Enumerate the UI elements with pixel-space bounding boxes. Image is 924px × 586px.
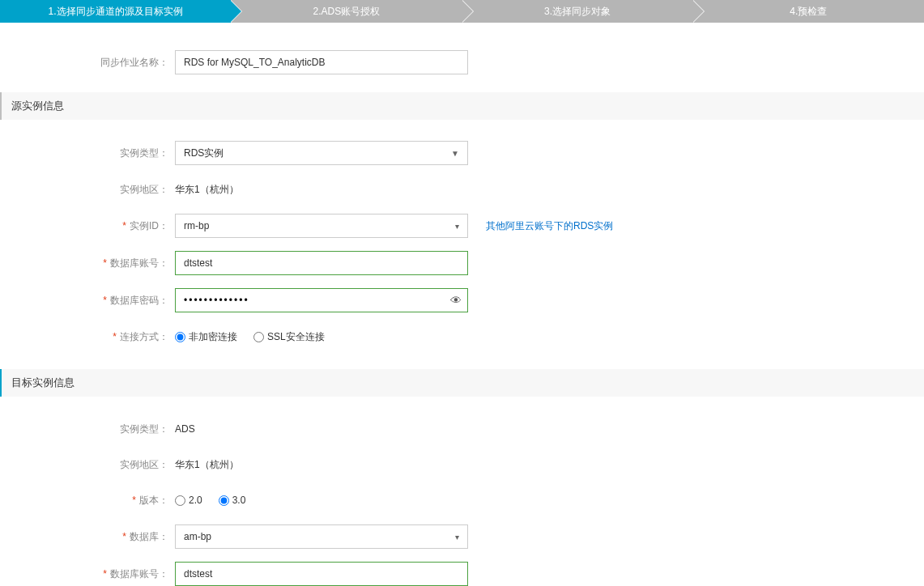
src-db-account-input[interactable] [175,251,468,275]
job-name-row: 同步作业名称： [0,50,924,74]
tgt-database-value: am-bp [184,531,211,542]
other-account-link[interactable]: 其他阿里云账号下的RDS实例 [486,219,613,233]
src-instance-type-label: 实例类型： [0,146,175,160]
connect-mode-ssl[interactable]: SSL安全连接 [253,330,325,344]
chevron-down-icon: ▼ [451,149,459,158]
source-section: 实例类型： RDS实例 ▼ 实例地区： 华东1（杭州） *实例ID： rm-bp… [0,120,924,369]
step-2-label: 2.ADS账号授权 [313,5,381,19]
src-region-label: 实例地区： [0,183,175,197]
tgt-instance-type-label: 实例类型： [0,423,175,436]
src-instance-id-select[interactable]: rm-bp ▾ [175,214,468,238]
target-section: 实例类型： ADS 实例地区： 华东1（杭州） *版本： 2.0 3.0 *数据… [0,397,924,586]
src-db-password-input[interactable] [176,289,445,312]
src-connect-mode-label: *连接方式： [0,330,175,344]
chevron-down-icon: ▾ [455,533,459,541]
tgt-db-account-label: *数据库账号： [0,567,175,581]
connect-mode-plain[interactable]: 非加密连接 [175,330,237,344]
src-db-password-label: *数据库密码： [0,294,175,308]
src-region-value: 华东1（杭州） [175,183,239,197]
wizard-steps: 1.选择同步通道的源及目标实例 2.ADS账号授权 3.选择同步对象 4.预检查 [0,0,924,23]
src-instance-id-label: *实例ID： [0,219,175,233]
step-3-label: 3.选择同步对象 [544,5,611,19]
tgt-region-value: 华东1（杭州） [175,458,239,472]
tgt-database-select[interactable]: am-bp ▾ [175,524,468,549]
step-3[interactable]: 3.选择同步对象 [462,0,693,23]
step-4[interactable]: 4.预检查 [693,0,924,23]
tgt-region-label: 实例地区： [0,458,175,472]
src-instance-type-select[interactable]: RDS实例 ▼ [175,141,468,165]
src-instance-type-value: RDS实例 [184,146,224,160]
tgt-database-label: *数据库： [0,530,175,544]
src-db-password-wrap: 👁 [175,288,468,312]
step-1-label: 1.选择同步通道的源及目标实例 [49,5,183,19]
src-instance-id-value: rm-bp [184,220,209,231]
step-4-label: 4.预检查 [790,5,827,19]
version-20[interactable]: 2.0 [175,495,202,506]
target-section-title: 目标实例信息 [0,369,924,397]
chevron-down-icon: ▾ [455,222,459,231]
eye-icon[interactable]: 👁 [445,294,467,307]
job-name-label: 同步作业名称： [0,56,175,70]
version-30[interactable]: 3.0 [219,495,246,506]
source-section-title: 源实例信息 [0,92,924,120]
tgt-instance-type-value: ADS [175,423,195,435]
tgt-db-account-input[interactable] [175,562,468,586]
step-2[interactable]: 2.ADS账号授权 [231,0,462,23]
job-name-input[interactable] [175,50,468,74]
step-1[interactable]: 1.选择同步通道的源及目标实例 [0,0,231,23]
src-db-account-label: *数据库账号： [0,257,175,270]
tgt-version-label: *版本： [0,494,175,507]
